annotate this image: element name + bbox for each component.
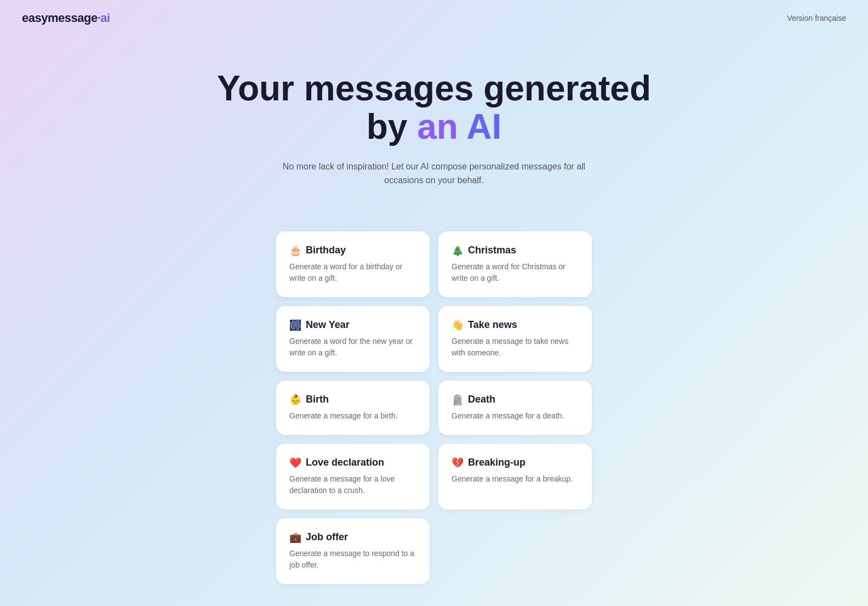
card-christmas[interactable]: 🎄ChristmasGenerate a word for Christmas … (438, 231, 592, 297)
card-title-breaking-up: 💔Breaking-up (452, 457, 579, 469)
hero-title-ai: AI (466, 107, 501, 146)
card-desc-birthday: Generate a word for a birthday or write … (289, 261, 416, 284)
card-title-text-breaking-up: Breaking-up (468, 457, 526, 468)
card-emoji-birthday: 🎂 (289, 245, 301, 257)
card-title-death: 🪦Death (452, 394, 579, 406)
card-title-text-christmas: Christmas (468, 245, 516, 256)
site-header: easymessage·ai Version française (0, 0, 868, 36)
card-love-declaration[interactable]: ❤️Love declarationGenerate a message for… (276, 444, 430, 509)
card-emoji-job-offer: 💼 (289, 531, 301, 543)
language-link[interactable]: Version française (787, 14, 846, 22)
card-desc-breaking-up: Generate a message for a breakup. (452, 473, 579, 485)
card-title-love-declaration: ❤️Love declaration (289, 457, 416, 469)
card-new-year[interactable]: 🎆New YearGenerate a word for the new yea… (276, 306, 430, 372)
card-desc-birth: Generate a message for a birth. (289, 410, 416, 422)
site-footer: © 2023 Akiyo (390, 584, 479, 606)
card-title-job-offer: 💼Job offer (289, 531, 416, 543)
card-title-text-love-declaration: Love declaration (306, 457, 384, 468)
hero-title-an: an (417, 107, 458, 146)
card-birthday[interactable]: 🎂BirthdayGenerate a word for a birthday … (276, 231, 430, 297)
card-title-text-birthday: Birthday (306, 245, 346, 256)
card-emoji-new-year: 🎆 (289, 319, 301, 331)
card-breaking-up[interactable]: 💔Breaking-upGenerate a message for a bre… (438, 444, 592, 509)
card-desc-love-declaration: Generate a message for a love declaratio… (289, 473, 416, 496)
hero-title: Your messages generated by an AI (198, 69, 670, 146)
card-title-text-birth: Birth (306, 394, 329, 405)
card-desc-job-offer: Generate a message to respond to a job o… (289, 548, 416, 571)
card-birth[interactable]: 👶BirthGenerate a message for a birth. (276, 381, 430, 435)
site-logo: easymessage·ai (22, 11, 110, 25)
card-title-take-news: 👋Take news (452, 319, 579, 331)
card-title-text-death: Death (468, 394, 495, 405)
logo-ai: ai (100, 11, 110, 25)
card-title-birth: 👶Birth (289, 394, 416, 406)
card-emoji-birth: 👶 (289, 394, 301, 406)
card-desc-take-news: Generate a message to take news with som… (452, 336, 579, 359)
card-title-birthday: 🎂Birthday (289, 245, 416, 257)
card-title-text-job-offer: Job offer (306, 531, 348, 543)
card-job-offer[interactable]: 💼Job offerGenerate a message to respond … (276, 518, 430, 584)
logo-easy: easy (22, 11, 48, 25)
hero-subtitle: No more lack of inspiration! Let our AI … (264, 160, 604, 188)
card-take-news[interactable]: 👋Take newsGenerate a message to take new… (438, 306, 592, 372)
card-emoji-take-news: 👋 (452, 319, 464, 331)
card-emoji-love-declaration: ❤️ (289, 457, 301, 469)
hero-section: Your messages generated by an AI No more… (187, 36, 681, 209)
cards-grid: 🎂BirthdayGenerate a word for a birthday … (265, 231, 603, 584)
card-emoji-breaking-up: 💔 (452, 457, 464, 469)
card-title-text-take-news: Take news (468, 319, 517, 331)
card-death[interactable]: 🪦DeathGenerate a message for a death. (438, 381, 592, 435)
card-desc-christmas: Generate a word for Christmas or write o… (452, 261, 579, 284)
card-emoji-death: 🪦 (452, 394, 464, 406)
card-title-new-year: 🎆New Year (289, 319, 416, 331)
card-desc-death: Generate a message for a death. (452, 410, 579, 422)
card-desc-new-year: Generate a word for the new year or writ… (289, 336, 416, 359)
card-emoji-christmas: 🎄 (452, 245, 464, 257)
card-title-text-new-year: New Year (306, 319, 350, 331)
logo-message: message (48, 11, 98, 25)
card-title-christmas: 🎄Christmas (452, 245, 579, 257)
